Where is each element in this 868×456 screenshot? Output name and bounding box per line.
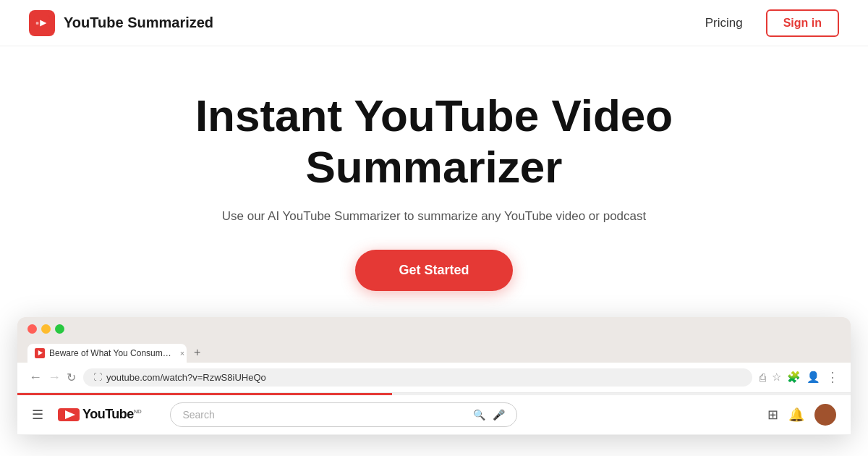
yt-user-avatar[interactable] — [814, 404, 836, 426]
youtube-content-bar: ☰ YouTubeND Search 🔍 🎤 ⊞ 🔔 — [17, 395, 851, 435]
svg-rect-2 — [36, 22, 39, 25]
profile-icon[interactable]: 👤 — [807, 371, 820, 384]
yt-logo-icon — [58, 408, 80, 421]
logo-icon — [29, 10, 55, 36]
yt-create-icon[interactable]: ⊞ — [767, 407, 778, 423]
brand-name: YouTube Summarized — [64, 14, 213, 31]
hero-title-line2: Summarizer — [306, 142, 563, 192]
refresh-button[interactable]: ↻ — [67, 371, 76, 384]
address-bar[interactable]: ⛶ youtube.com/watch?v=RzwS8iUHeQo — [83, 368, 752, 387]
yt-hamburger-icon[interactable]: ☰ — [32, 407, 43, 423]
forward-button[interactable]: → — [48, 370, 61, 385]
navbar-left: YouTube Summarized — [29, 10, 213, 36]
svg-marker-3 — [38, 350, 42, 355]
svg-marker-4 — [65, 410, 75, 419]
pricing-link[interactable]: Pricing — [705, 16, 743, 30]
get-started-button[interactable]: Get Started — [355, 250, 512, 291]
yt-search-bar[interactable]: Search 🔍 🎤 — [170, 402, 517, 427]
yt-logo-text: YouTubeND — [82, 407, 141, 422]
yt-logo: YouTubeND — [58, 407, 141, 422]
tab-favicon — [35, 348, 45, 358]
yt-search-icons: 🔍 🎤 — [473, 409, 505, 421]
browser-wrapper: Beware of What You Consum… × + ← → ↻ ⛶ y… — [0, 317, 868, 435]
search-icon[interactable]: 🔍 — [473, 409, 485, 421]
browser-window: Beware of What You Consum… × + ← → ↻ ⛶ y… — [17, 317, 851, 435]
minimize-window-dot[interactable] — [41, 324, 51, 334]
browser-tabs: Beware of What You Consum… × + — [27, 342, 841, 363]
browser-nav-buttons: ← → ↻ — [29, 370, 76, 385]
url-text: youtube.com/watch?v=RzwS8iUHeQo — [106, 372, 266, 383]
share-icon[interactable]: ⎙ — [760, 371, 766, 384]
microphone-icon[interactable]: 🎤 — [493, 409, 505, 421]
hero-title-line1: Instant YouTube Video — [195, 90, 673, 140]
hero-section: Instant YouTube Video Summarizer Use our… — [0, 46, 868, 291]
hero-title: Instant YouTube Video Summarizer — [195, 90, 673, 193]
navbar: YouTube Summarized Pricing Sign in — [0, 0, 868, 46]
browser-addressbar: ← → ↻ ⛶ youtube.com/watch?v=RzwS8iUHeQo … — [17, 363, 851, 393]
maximize-window-dot[interactable] — [55, 324, 64, 334]
browser-action-icons: ⎙ ☆ 🧩 👤 ⋮ — [760, 369, 839, 385]
hero-subtitle: Use our AI YouTube Summarizer to summari… — [222, 209, 647, 224]
bookmark-icon[interactable]: ☆ — [772, 371, 781, 384]
navbar-right: Pricing Sign in — [705, 9, 839, 37]
browser-tab-active[interactable]: Beware of What You Consum… × — [27, 344, 187, 363]
browser-titlebar: Beware of What You Consum… × + — [17, 317, 851, 363]
new-tab-button[interactable]: + — [187, 342, 208, 363]
extensions-icon[interactable]: 🧩 — [787, 371, 801, 384]
yt-right-icons: ⊞ 🔔 — [767, 404, 836, 426]
yt-logo-nd: ND — [134, 408, 142, 415]
close-window-dot[interactable] — [27, 324, 37, 334]
yt-notifications-icon[interactable]: 🔔 — [788, 407, 804, 423]
tab-close-button[interactable]: × — [180, 349, 184, 358]
more-options-icon[interactable]: ⋮ — [826, 369, 839, 385]
back-button[interactable]: ← — [29, 370, 42, 385]
signin-button[interactable]: Sign in — [766, 9, 839, 37]
browser-controls — [27, 324, 841, 334]
tab-title: Beware of What You Consum… — [49, 348, 171, 358]
yt-search-placeholder: Search — [182, 409, 214, 421]
